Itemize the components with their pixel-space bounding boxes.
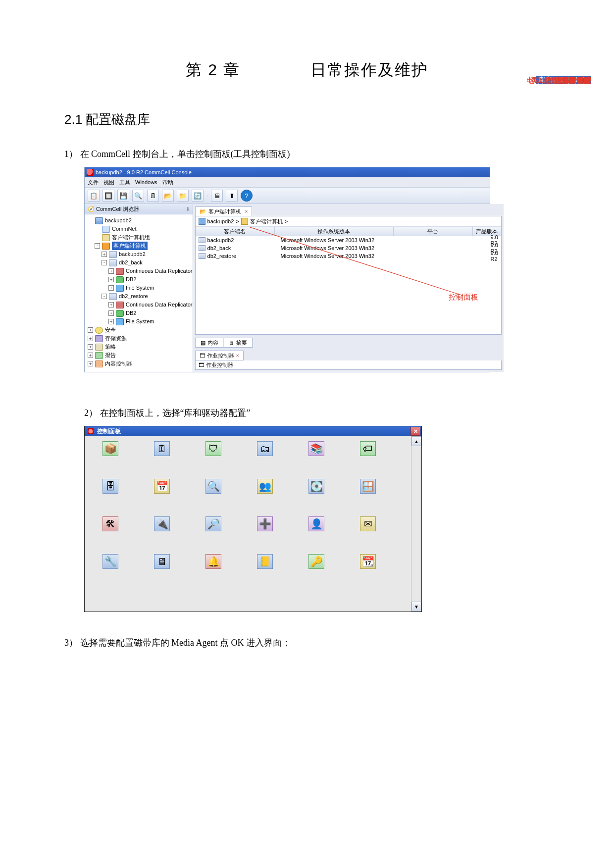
toolbar-button[interactable]: 🗓 [147, 190, 159, 202]
scroll-up-icon[interactable]: ▲ [411, 436, 421, 446]
tree-report[interactable]: 报告 [105, 351, 116, 359]
tree-storage[interactable]: 存储资源 [105, 334, 127, 343]
control-panel-item[interactable]: 🔧硬件维护 [85, 554, 136, 572]
toolbar-button[interactable]: 💾 [117, 190, 129, 202]
tree-client-backupdb2[interactable]: backupdb2 [119, 250, 146, 258]
close-icon[interactable]: × [236, 353, 239, 358]
content-tab[interactable]: 📂 客户端计算机 × [195, 206, 253, 216]
tree-db2[interactable]: DB2 [126, 275, 136, 284]
control-panel-item[interactable]: 📅定制日历 [136, 479, 188, 497]
tree-root[interactable]: backupdb2 [105, 216, 132, 225]
control-panel-title: 控制面板 [97, 428, 121, 435]
menu-windows[interactable]: Windows [135, 179, 157, 185]
tree-client-db2back[interactable]: db2_back [119, 258, 143, 267]
control-panel-item[interactable]: 🔑许可证管理 [291, 554, 342, 572]
control-panel-item[interactable]: 🗓作业管理 [136, 441, 188, 459]
collapse-icon[interactable]: - [95, 243, 100, 249]
tree-content-controller[interactable]: 内容控制器 [105, 359, 132, 368]
control-panel-item[interactable]: 📆设置假日 [342, 554, 394, 572]
expand-icon[interactable]: + [88, 344, 93, 350]
table-row[interactable]: db2_restoreMicrosoft Windows Server 2003… [196, 252, 501, 260]
expand-icon[interactable]: + [88, 336, 93, 341]
tree-db2b[interactable]: DB2 [126, 309, 136, 317]
table-row[interactable]: backupdb2Microsoft Windows Server 2003 W… [196, 236, 501, 244]
report-icon [95, 352, 103, 359]
expand-icon[interactable]: + [88, 327, 93, 333]
pin-icon[interactable]: ⇩ [186, 206, 190, 212]
control-panel-item[interactable]: 🛠故障排除设置 [85, 516, 136, 534]
control-panel-item[interactable]: 👥客户端拥有者能力 [239, 479, 291, 497]
table-row[interactable]: db2_backMicrosoft Windows Server 2003 Wi… [196, 244, 501, 252]
expand-icon[interactable]: + [108, 302, 114, 307]
tree-fs2[interactable]: File System [126, 317, 154, 326]
expand-icon[interactable]: + [88, 361, 93, 366]
expand-icon[interactable]: + [108, 319, 114, 324]
tab-summary[interactable]: 🗎 摘要 [224, 338, 253, 347]
control-panel-item[interactable]: 🏷名称管理 [342, 441, 394, 459]
control-panel-grid: 📦介质管理🗓作业管理🛡全局过滤器🗂共享的日历配置📚卷资源管理器...🏷名称管理🗄… [85, 436, 411, 612]
menu-tools[interactable]: 工具 [119, 179, 130, 186]
control-panel-item-icon: 🗓 [154, 441, 170, 456]
control-panel-item[interactable]: 📒记帐配置 [239, 554, 291, 572]
control-panel-item[interactable]: 🖥系统 [136, 554, 188, 572]
tree-cdr[interactable]: Continuous Data Replicator [126, 267, 193, 275]
control-panel-item[interactable]: 📚卷资源管理器... [291, 441, 342, 459]
tree-client-computers-selected[interactable]: 客户端计算机 [112, 242, 148, 250]
control-panel-item[interactable]: 🔎浏览/搜索/恢复 [188, 516, 239, 534]
tree-fs[interactable]: File System [126, 284, 154, 292]
col-os-version: 操作系统版本 [275, 227, 394, 236]
toolbar-button[interactable]: 🖥 [211, 190, 223, 202]
control-panel-item[interactable]: 🗂共享的日历配置 [239, 441, 291, 459]
tree-policy[interactable]: 策略 [105, 343, 116, 351]
commcell-console-screenshot: backupdb2 - 9.0 R2 CommCell Console 文件 视… [84, 167, 490, 372]
control-panel-item[interactable]: ➕添加/删除软件配置 [239, 516, 291, 534]
folder-icon [102, 234, 110, 241]
expand-icon[interactable]: + [108, 268, 114, 274]
control-panel-item[interactable]: 🔌数据接口对 [136, 516, 188, 534]
scrollbar[interactable]: ▲ ▼ [411, 436, 421, 612]
expand-icon[interactable]: + [108, 285, 114, 291]
tab-content[interactable]: ▦ 内容 [196, 338, 224, 347]
control-panel-item[interactable]: 💽库和驱动器配置 [291, 479, 342, 497]
control-panel-item[interactable]: 🪟操作窗口 [342, 479, 394, 497]
tree-security[interactable]: 安全 [105, 326, 116, 334]
toolbar-button[interactable]: 📋 [88, 190, 100, 202]
folder-icon [241, 218, 248, 225]
control-panel-item[interactable]: 📦介质管理 [85, 441, 136, 459]
toolbar-button[interactable]: 🔲 [102, 190, 114, 202]
cell-os-version: Microsoft Windows Server 2003 Win32 [278, 253, 403, 259]
menu-help[interactable]: 帮助 [162, 179, 173, 186]
control-panel-item[interactable]: 🔔警报 [188, 554, 239, 572]
control-panel-item-icon: 🔍 [205, 479, 221, 494]
control-panel-item[interactable]: ✉电子邮件及 IIS 配置 [342, 516, 394, 534]
tree-cdr2[interactable]: Continuous Data Replicator [126, 301, 193, 309]
job-controller-tab[interactable]: 🗔作业控制器 × [195, 351, 244, 360]
menu-view[interactable]: 视图 [103, 179, 114, 186]
control-panel-item[interactable]: 🛡全局过滤器 [188, 441, 239, 459]
toolbar-button[interactable]: 📂 [162, 190, 174, 202]
close-icon[interactable]: × [245, 209, 248, 214]
expand-icon[interactable]: + [108, 277, 114, 282]
help-icon[interactable]: ? [241, 190, 253, 202]
collapse-icon[interactable]: - [102, 260, 107, 265]
window-titlebar: backupdb2 - 9.0 R2 CommCell Console [85, 167, 490, 177]
close-button[interactable]: ✕ [410, 427, 420, 436]
toolbar-button[interactable]: 🔄 [192, 190, 204, 202]
menu-file[interactable]: 文件 [88, 179, 99, 186]
collapse-icon[interactable]: - [102, 294, 107, 299]
breadcrumb-item[interactable]: 客户端计算机 [250, 218, 283, 225]
tree-client-group[interactable]: 客户端计算机组 [112, 233, 150, 242]
control-panel-item[interactable]: 🗄复制和工作站设置 [85, 479, 136, 497]
tree-commnet[interactable]: CommNet [112, 225, 137, 233]
control-panel-item[interactable]: 👤用户首选项 [291, 516, 342, 534]
toolbar-button[interactable]: ⬆ [226, 190, 238, 202]
expand-icon[interactable]: + [88, 353, 93, 358]
toolbar-button[interactable]: 📁 [177, 190, 189, 202]
expand-icon[interactable]: + [108, 310, 114, 316]
control-panel-item[interactable]: 🔍审核跟踪 [188, 479, 239, 497]
expand-icon[interactable]: + [102, 252, 107, 257]
breadcrumb-item[interactable]: backupdb2 [207, 218, 234, 224]
tree-client-db2restore[interactable]: db2_restore [119, 292, 148, 301]
toolbar-button[interactable]: 🔍 [132, 190, 144, 202]
scroll-down-icon[interactable]: ▼ [411, 602, 421, 612]
